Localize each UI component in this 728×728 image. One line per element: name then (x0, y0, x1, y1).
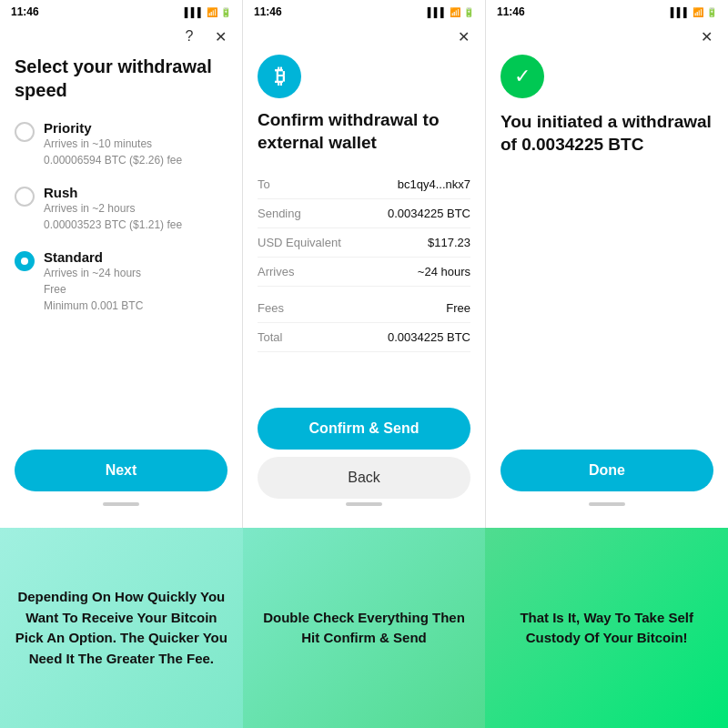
arrives-label: Arrives (258, 265, 294, 278)
screen2-footer: Confirm & Send Back (243, 399, 485, 528)
caption-text-2: Double Check Everything Then Hit Confirm… (256, 608, 473, 649)
detail-usd: USD Equivalent $117.23 (258, 228, 470, 258)
success-title: You initiated a withdrawal of 0.0034225 … (500, 111, 713, 156)
close-icon-3[interactable]: ✕ (695, 25, 717, 47)
home-indicator-2 (346, 502, 382, 506)
priority-label: Priority (44, 120, 182, 136)
confirm-title: Confirm withdrawal to external wallet (258, 109, 470, 154)
rush-label: Rush (44, 185, 182, 200)
screen1-header: ? ✕ (0, 22, 242, 55)
caption-2: Double Check Everything Then Hit Confirm… (243, 528, 486, 728)
caption-text-1: Depending On How Quickly You Want To Rec… (13, 587, 230, 669)
signal-icon: ▌▌▌ (185, 7, 204, 17)
to-label: To (258, 177, 270, 191)
screen2-header: ✕ (243, 22, 485, 55)
total-value: 0.0034225 BTC (388, 330, 470, 344)
detail-fees: Fees Free (258, 294, 470, 323)
detail-total: Total 0.0034225 BTC (258, 323, 470, 352)
wifi-icon: 📶 (207, 7, 217, 17)
caption-text-3: That Is It, Way To Take Self Custody Of … (498, 608, 715, 649)
caption-3: That Is It, Way To Take Self Custody Of … (485, 528, 728, 728)
help-icon[interactable]: ? (178, 25, 200, 47)
detail-sending: Sending 0.0034225 BTC (258, 199, 470, 228)
rush-desc: Arrives in ~2 hours0.00003523 BTC ($1.21… (44, 200, 182, 233)
home-indicator-3 (589, 502, 625, 506)
wifi-icon-2: 📶 (450, 7, 460, 17)
fees-section: Fees Free Total 0.0034225 BTC (258, 294, 470, 352)
screen1-content: Select your withdrawal speed Priority Ar… (0, 55, 242, 440)
total-label: Total (258, 330, 282, 344)
done-button[interactable]: Done (500, 450, 713, 491)
screen-2: 11:46 ▌▌▌ 📶 🔋 ✕ ₿ Confirm withdrawal to … (243, 0, 486, 528)
detail-to: To bc1qy4...nkx7 (258, 170, 470, 199)
fees-value: Free (446, 301, 470, 315)
option-standard-text: Standard Arrives in ~24 hoursFreeMinimum… (44, 249, 143, 314)
close-icon-1[interactable]: ✕ (209, 25, 231, 47)
screen3-content: ✓ You initiated a withdrawal of 0.003422… (486, 55, 728, 440)
sending-label: Sending (258, 207, 301, 220)
option-rush-text: Rush Arrives in ~2 hours0.00003523 BTC (… (44, 185, 182, 233)
radio-priority[interactable] (15, 122, 35, 142)
status-time-1: 11:46 (11, 5, 39, 18)
radio-rush[interactable] (15, 187, 35, 207)
status-bar-2: 11:46 ▌▌▌ 📶 🔋 (243, 0, 485, 22)
status-time-2: 11:46 (254, 5, 282, 18)
option-priority-text: Priority Arrives in ~10 minutes0.0000659… (44, 120, 182, 168)
option-priority[interactable]: Priority Arrives in ~10 minutes0.0000659… (15, 120, 228, 168)
home-indicator-1 (103, 502, 139, 506)
screen1-title: Select your withdrawal speed (15, 55, 228, 102)
usd-value: $117.23 (428, 236, 470, 249)
detail-arrives: Arrives ~24 hours (258, 258, 470, 287)
battery-icon-3: 🔋 (706, 7, 717, 17)
check-icon: ✓ (500, 55, 544, 98)
back-button[interactable]: Back (258, 457, 470, 499)
next-button[interactable]: Next (15, 450, 228, 491)
usd-label: USD Equivalent (258, 236, 341, 249)
status-icons-2: ▌▌▌ 📶 🔋 (428, 7, 474, 17)
caption-1: Depending On How Quickly You Want To Rec… (0, 528, 243, 728)
wifi-icon-3: 📶 (693, 7, 703, 17)
signal-icon-3: ▌▌▌ (671, 7, 690, 17)
status-icons-1: ▌▌▌ 📶 🔋 (185, 7, 231, 17)
standard-label: Standard (44, 249, 143, 265)
btc-icon: ₿ (258, 55, 301, 98)
screen-3: 11:46 ▌▌▌ 📶 🔋 ✕ ✓ You initiated a withdr… (486, 0, 728, 528)
priority-desc: Arrives in ~10 minutes0.00006594 BTC ($2… (44, 136, 182, 168)
confirm-send-button[interactable]: Confirm & Send (258, 408, 470, 450)
fees-label: Fees (258, 301, 284, 315)
screen1-footer: Next (0, 440, 242, 528)
status-bar-1: 11:46 ▌▌▌ 📶 🔋 (0, 0, 242, 22)
status-bar-3: 11:46 ▌▌▌ 📶 🔋 (486, 0, 728, 22)
sending-value: 0.0034225 BTC (388, 207, 470, 220)
battery-icon: 🔋 (220, 7, 231, 17)
signal-icon-2: ▌▌▌ (428, 7, 447, 17)
status-time-3: 11:46 (497, 5, 525, 18)
option-standard[interactable]: Standard Arrives in ~24 hoursFreeMinimum… (15, 249, 228, 314)
to-value: bc1qy4...nkx7 (398, 177, 470, 191)
radio-standard[interactable] (15, 251, 35, 271)
option-rush[interactable]: Rush Arrives in ~2 hours0.00003523 BTC (… (15, 185, 228, 233)
screen3-footer: Done (486, 440, 728, 528)
battery-icon-2: 🔋 (463, 7, 474, 17)
arrives-value: ~24 hours (418, 265, 470, 278)
close-icon-2[interactable]: ✕ (452, 25, 474, 47)
captions-row: Depending On How Quickly You Want To Rec… (0, 528, 728, 728)
screen-1: 11:46 ▌▌▌ 📶 🔋 ? ✕ Select your withdrawal… (0, 0, 243, 528)
screen3-header: ✕ (486, 22, 728, 55)
screen2-content: ₿ Confirm withdrawal to external wallet … (243, 55, 485, 399)
standard-desc: Arrives in ~24 hoursFreeMinimum 0.001 BT… (44, 265, 143, 314)
status-icons-3: ▌▌▌ 📶 🔋 (671, 7, 717, 17)
